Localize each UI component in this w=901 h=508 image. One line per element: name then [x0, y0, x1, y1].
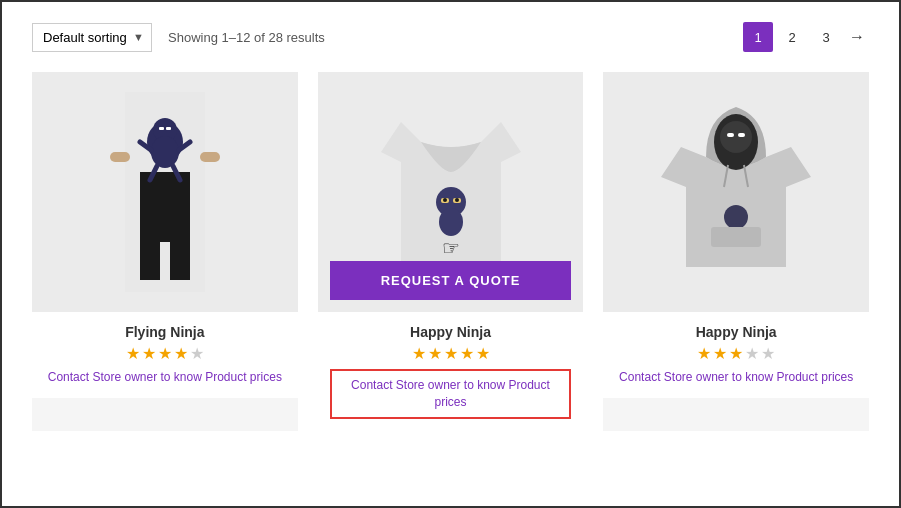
- quote-button-overlay: REQUEST A QUOTE: [318, 249, 584, 312]
- page-3-button[interactable]: 3: [811, 22, 841, 52]
- star-4: ★: [745, 344, 759, 363]
- pagination: 1 2 3 →: [743, 22, 869, 52]
- page-wrapper: Default sorting ▼ Showing 1–12 of 28 res…: [2, 2, 899, 451]
- top-bar: Default sorting ▼ Showing 1–12 of 28 res…: [32, 22, 869, 52]
- svg-rect-9: [166, 127, 171, 130]
- svg-rect-4: [140, 240, 160, 280]
- star-2: ★: [428, 344, 442, 363]
- next-page-arrow[interactable]: →: [845, 28, 869, 46]
- product-name-flying-ninja: Flying Ninja: [44, 324, 286, 340]
- star-3: ★: [444, 344, 458, 363]
- product-card-happy-ninja-tshirt: REQUEST A QUOTE ☞ Happy Ninja ★ ★ ★ ★ ★ …: [318, 72, 584, 431]
- product-name-happy-ninja-tshirt: Happy Ninja: [330, 324, 572, 340]
- product-grid: Flying Ninja ★ ★ ★ ★ ★ Contact Store own…: [32, 72, 869, 431]
- star-2: ★: [142, 344, 156, 363]
- svg-rect-2: [200, 152, 220, 162]
- svg-rect-27: [711, 227, 761, 247]
- star-1: ★: [126, 344, 140, 363]
- price-text-flying-ninja: Contact Store owner to know Product pric…: [44, 369, 286, 386]
- svg-point-22: [720, 121, 752, 153]
- svg-rect-5: [170, 240, 190, 280]
- product-name-happy-ninja-hoodie: Happy Ninja: [615, 324, 857, 340]
- product-card-flying-ninja: Flying Ninja ★ ★ ★ ★ ★ Contact Store own…: [32, 72, 298, 431]
- star-4: ★: [460, 344, 474, 363]
- product-image-happy-ninja-hoodie: [603, 72, 869, 312]
- star-5: ★: [761, 344, 775, 363]
- product-info-flying-ninja: Flying Ninja ★ ★ ★ ★ ★ Contact Store own…: [32, 312, 298, 398]
- price-text-happy-ninja-tshirt: Contact Store owner to know Product pric…: [330, 369, 572, 419]
- star-rating-flying-ninja: ★ ★ ★ ★ ★: [44, 344, 286, 363]
- request-quote-button[interactable]: REQUEST A QUOTE: [330, 261, 572, 300]
- star-rating-happy-ninja-hoodie: ★ ★ ★ ★ ★: [615, 344, 857, 363]
- star-5: ★: [476, 344, 490, 363]
- svg-point-10: [151, 136, 179, 168]
- sort-select[interactable]: Default sorting: [32, 23, 152, 52]
- flying-ninja-poster-image: [105, 92, 225, 292]
- svg-point-19: [455, 198, 459, 202]
- svg-rect-24: [738, 133, 745, 137]
- product-info-happy-ninja-tshirt: Happy Ninja ★ ★ ★ ★ ★ Contact Store owne…: [318, 312, 584, 431]
- product-image-happy-ninja-tshirt: REQUEST A QUOTE ☞: [318, 72, 584, 312]
- happy-ninja-hoodie-image: [656, 87, 816, 297]
- star-3: ★: [158, 344, 172, 363]
- page-1-button[interactable]: 1: [743, 22, 773, 52]
- star-4: ★: [174, 344, 188, 363]
- page-2-button[interactable]: 2: [777, 22, 807, 52]
- product-info-happy-ninja-hoodie: Happy Ninja ★ ★ ★ ★ ★ Contact Store owne…: [603, 312, 869, 398]
- price-text-happy-ninja-hoodie: Contact Store owner to know Product pric…: [615, 369, 857, 386]
- star-1: ★: [412, 344, 426, 363]
- svg-rect-8: [159, 127, 164, 130]
- product-image-flying-ninja: [32, 72, 298, 312]
- results-text: Showing 1–12 of 28 results: [168, 30, 325, 45]
- star-1: ★: [697, 344, 711, 363]
- product-card-happy-ninja-hoodie: Happy Ninja ★ ★ ★ ★ ★ Contact Store owne…: [603, 72, 869, 431]
- svg-rect-1: [110, 152, 130, 162]
- star-5: ★: [190, 344, 204, 363]
- sort-wrapper[interactable]: Default sorting ▼: [32, 23, 152, 52]
- svg-point-20: [439, 208, 463, 236]
- star-2: ★: [713, 344, 727, 363]
- svg-point-18: [443, 198, 447, 202]
- svg-rect-3: [140, 172, 190, 242]
- star-rating-happy-ninja-tshirt: ★ ★ ★ ★ ★: [330, 344, 572, 363]
- sort-section: Default sorting ▼ Showing 1–12 of 28 res…: [32, 23, 325, 52]
- svg-rect-23: [727, 133, 734, 137]
- star-3: ★: [729, 344, 743, 363]
